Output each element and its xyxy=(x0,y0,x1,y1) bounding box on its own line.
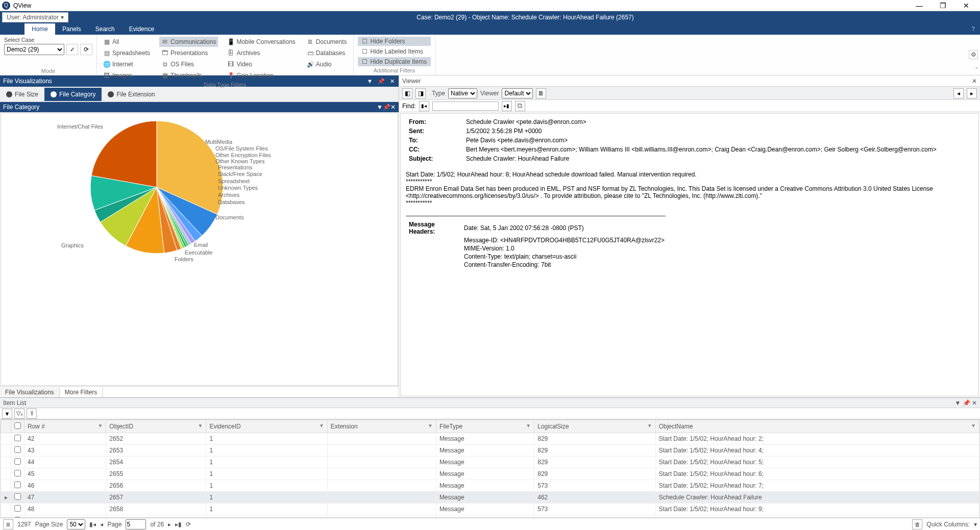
row-checkbox[interactable] xyxy=(14,458,21,465)
pin-icon[interactable]: 📌 xyxy=(963,399,970,407)
clear-filter-button[interactable]: ▽ₓ xyxy=(14,409,24,419)
dropdown-icon[interactable]: ▼ xyxy=(954,399,961,407)
table-row[interactable]: 4326531Message829Start Date: 1/5/02; Hou… xyxy=(1,445,979,457)
viewer-export-button[interactable]: 🗎 xyxy=(536,88,546,98)
bottom-tab-more-filters[interactable]: More Filters xyxy=(60,387,103,397)
pager-refresh-button[interactable]: ⟳ xyxy=(186,521,191,528)
col-evidenceid[interactable]: EvidenceID▼ xyxy=(206,420,327,433)
pie-label: Internet/Chat Files xyxy=(57,123,103,130)
pager-next-button[interactable]: ▸ xyxy=(168,521,171,528)
filter-communications[interactable]: ✉Communications xyxy=(159,37,218,47)
trash-icon[interactable]: 🗑 xyxy=(912,519,922,529)
col-extension[interactable]: Extension▼ xyxy=(327,420,436,433)
refresh-case-button[interactable]: ⟳ xyxy=(80,44,92,55)
filter-presentations[interactable]: 🗔Presentations xyxy=(159,48,218,58)
row-checkbox[interactable] xyxy=(14,505,21,512)
pin-icon[interactable]: 📌 xyxy=(377,78,386,85)
row-checkbox[interactable] xyxy=(14,482,21,488)
filter-spreadsheets[interactable]: ▤Spreadsheets xyxy=(101,48,152,58)
filter-geo-location[interactable]: 📍Geo-Location xyxy=(225,70,297,81)
table-row[interactable]: 4226521Message829Start Date: 1/5/02; Hou… xyxy=(1,433,979,445)
select-all-checkbox[interactable] xyxy=(14,422,21,429)
close-icon[interactable]: ✕ xyxy=(390,104,396,111)
table-row[interactable]: 4826581Message573Start Date: 1/5/02; Hou… xyxy=(1,503,979,515)
col-objectid[interactable]: ObjectID▼ xyxy=(106,420,206,433)
row-checkbox[interactable] xyxy=(14,470,21,476)
table-row[interactable]: 4426541Message829Start Date: 1/5/02; Hou… xyxy=(1,457,979,468)
window-close-button[interactable]: ✕ xyxy=(954,0,978,11)
subtab-file-extension[interactable]: File Extension xyxy=(102,88,161,101)
apply-case-button[interactable]: ✓ xyxy=(66,44,79,55)
col-filetype[interactable]: FileType▼ xyxy=(436,420,534,433)
find-input[interactable] xyxy=(432,102,499,111)
filter-video[interactable]: 🎞Video xyxy=(225,59,297,69)
subtab-file-category[interactable]: File Category xyxy=(44,88,102,101)
close-icon[interactable]: ✕ xyxy=(972,399,977,407)
export-button[interactable]: ⇪ xyxy=(27,409,37,419)
filter-internet[interactable]: 🌐Internet xyxy=(101,59,152,69)
close-icon[interactable]: ✕ xyxy=(972,78,977,85)
pager-info-icon[interactable]: 🗎 xyxy=(3,519,13,529)
bottom-tab-file-viz[interactable]: File Visualizations xyxy=(0,387,60,397)
gear-icon[interactable]: ⚙ xyxy=(969,50,978,59)
tab-evidence[interactable]: Evidence xyxy=(122,23,161,35)
pager-prev-button[interactable]: ◂ xyxy=(100,521,103,528)
dropdown-icon[interactable]: ▼ xyxy=(366,78,374,84)
col-logicalsize[interactable]: LogicalSize▼ xyxy=(534,420,655,433)
addfilter-hide-folders[interactable]: ☐Hide Folders xyxy=(358,37,431,46)
pin-icon[interactable]: 📌 xyxy=(383,104,390,111)
viewer-nav-prev-button[interactable]: ◧ xyxy=(402,88,412,98)
viewer-viewer-select[interactable]: Default xyxy=(502,88,533,98)
filter-images[interactable]: 🖼Images xyxy=(101,70,152,81)
row-checkbox[interactable] xyxy=(14,435,21,441)
viewer-prev-item-button[interactable]: ◂ xyxy=(953,88,964,98)
help-icon[interactable]: ? xyxy=(966,23,980,35)
tab-home[interactable]: Home xyxy=(24,23,55,35)
pie-chart-area[interactable]: Internet/Chat FilesMultiMediaOS/File Sys… xyxy=(1,113,398,386)
viewer-nav-next-button[interactable]: ◨ xyxy=(415,88,426,98)
pager-last-button[interactable]: ▸▮ xyxy=(175,521,182,528)
page-input[interactable] xyxy=(126,519,146,529)
item-grid[interactable]: Row #▼ObjectID▼EvidenceID▼Extension▼File… xyxy=(1,420,979,518)
page-size-select[interactable]: 50 xyxy=(67,519,85,529)
filter-archives[interactable]: 🗄Archives xyxy=(225,48,297,58)
table-row[interactable]: 4626561Message573Start Date: 1/5/02; Hou… xyxy=(1,480,979,492)
filter-button[interactable]: ▼ xyxy=(2,409,12,419)
user-dropdown[interactable]: User: Administrator ▾ xyxy=(2,12,68,22)
filter-all[interactable]: ▦All xyxy=(101,37,152,47)
col-row-[interactable]: Row #▼ xyxy=(24,420,106,433)
table-row[interactable]: 4526551Message829Start Date: 1/5/02; Hou… xyxy=(1,468,979,480)
tab-search[interactable]: Search xyxy=(88,23,122,35)
window-minimize-button[interactable]: — xyxy=(908,0,931,11)
viewer-type-select[interactable]: Native xyxy=(448,88,477,98)
filter-icon: 🔊 xyxy=(307,61,314,68)
ribbon-expand-icon[interactable]: ˄ xyxy=(975,67,978,74)
tab-panels[interactable]: Panels xyxy=(55,23,88,35)
row-checkbox[interactable] xyxy=(14,446,21,453)
email-body[interactable]: From:Schedule Crawler <pete.davis@enron.… xyxy=(400,113,979,396)
filter-audio[interactable]: 🔊Audio xyxy=(305,59,349,69)
filter-os-files[interactable]: ⧉OS Files xyxy=(159,59,218,69)
find-copy-button[interactable]: ⿻ xyxy=(515,101,525,111)
filter-databases[interactable]: 🗃Databases xyxy=(305,48,349,58)
filter-mobile-conversations[interactable]: 📱Mobile Conversations xyxy=(225,37,297,47)
quick-columns-dropdown[interactable]: ▾ xyxy=(974,521,977,528)
select-case-dropdown[interactable]: Demo2 (29) xyxy=(4,44,64,55)
table-row[interactable]: ▸4726571Message462Schedule Crawler: Hour… xyxy=(1,492,979,503)
col-objectname[interactable]: ObjectName▼ xyxy=(655,420,979,433)
filter-documents[interactable]: 🗎Documents xyxy=(305,37,349,47)
filter-thumbnails[interactable]: ▦Thumbnails xyxy=(159,70,218,81)
close-icon[interactable]: ✕ xyxy=(389,78,396,85)
pager-first-button[interactable]: ▮◂ xyxy=(89,521,96,528)
addfilter-hide-duplicate-items[interactable]: ☐Hide Duplicate Items xyxy=(358,57,431,66)
row-checkbox[interactable] xyxy=(14,493,21,500)
pie-slice-graphics[interactable] xyxy=(91,121,157,187)
find-prev-button[interactable]: ▮◂ xyxy=(419,101,429,111)
dropdown-icon[interactable]: ▼ xyxy=(377,104,383,111)
window-maximize-button[interactable]: ❐ xyxy=(931,0,954,11)
addfilter-hide-labeled-items[interactable]: ☐Hide Labeled Items xyxy=(358,47,431,56)
viewer-next-item-button[interactable]: ▸ xyxy=(967,88,977,98)
pie-label: Other Encryption Files xyxy=(215,152,271,158)
subtab-file-size[interactable]: File Size xyxy=(0,88,44,101)
find-next-button[interactable]: ▸▮ xyxy=(502,101,512,111)
